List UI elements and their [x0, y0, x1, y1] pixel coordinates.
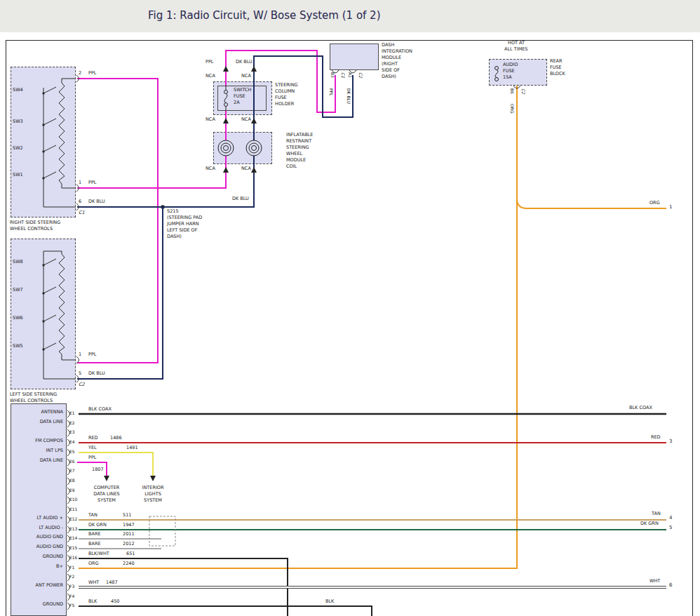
wire-name: ORG: [510, 104, 515, 114]
pin-id: E15: [69, 545, 77, 550]
clockspring-coil-icon: [249, 143, 259, 153]
page-exit-number: 4: [669, 515, 672, 521]
wire-name: RED: [88, 435, 98, 441]
dot: [42, 348, 44, 350]
lc-switch-lever-sw5: [43, 343, 56, 349]
wire-name: ORG: [649, 200, 660, 206]
dot: [42, 292, 44, 294]
wire-name: BARE: [88, 531, 101, 537]
page-exit-number: 3: [669, 438, 672, 444]
pin-id: E14: [69, 535, 77, 540]
switch-label: SW7: [13, 287, 23, 293]
component-title: INFLATABLE: [286, 132, 313, 138]
page-exit-number: 6: [669, 582, 672, 588]
system-arrow-icon: [150, 476, 156, 481]
switch-label: SW4: [13, 87, 23, 93]
component-title: WHEEL CONTROLS: [10, 398, 53, 403]
pin-id: E8: [69, 478, 75, 483]
wire-name: DK GRN: [88, 522, 107, 528]
switch-label: SW8: [13, 259, 23, 265]
wire-name: PPL: [88, 455, 96, 460]
fuse-element-icon: [224, 94, 227, 103]
ppl-wires: [77, 51, 335, 476]
component-title: INTEGRATION: [382, 48, 412, 54]
nca-arrow-icon: [251, 167, 257, 173]
wire-ppl-daisychain: [77, 79, 158, 363]
component-title: REAR: [550, 58, 563, 64]
wire-name: PPL: [88, 70, 96, 76]
fuse-element-icon: [495, 70, 498, 78]
wire-name: BLK/WHT: [88, 551, 109, 556]
pin-id: E4: [69, 439, 75, 444]
pin-number: 1: [79, 180, 81, 185]
component-title: LEFT SIDE STEERING: [10, 391, 57, 397]
wire-name: BLK: [325, 598, 334, 604]
splice-desc: DASH): [167, 234, 182, 239]
circuit-number: 450: [111, 598, 119, 604]
component-title: DASH): [382, 74, 396, 79]
component-title: DASH: [382, 42, 394, 48]
nca-label: NCA: [206, 166, 215, 171]
fuse-terminal-icon: [224, 91, 228, 94]
radio-row-label: FM COMPOS: [11, 438, 63, 443]
pin-id: E7: [69, 468, 75, 473]
fuse-terminal-icon: [224, 103, 228, 107]
circuit-number: 2012: [123, 541, 135, 547]
right-controls-circuitry: [43, 79, 76, 207]
component-title: STEERING: [286, 145, 309, 150]
system-arrow-icon: [104, 476, 109, 481]
radio-row-label: ANT POWER: [11, 582, 63, 588]
page-exit-number: 5: [669, 525, 672, 530]
lc-top-tie: [43, 251, 62, 254]
wire-name: RED: [651, 434, 661, 440]
wire-dkblu-to-dim: [254, 56, 353, 140]
wire-name: PPL: [329, 88, 334, 96]
rc-switch-lever-sw3: [43, 119, 56, 125]
component-title: FUSE: [275, 95, 287, 100]
left-controls-circuitry: [43, 251, 76, 379]
wire-name: PPL: [88, 180, 96, 185]
clockspring-coil-icon: [224, 146, 229, 151]
nca-label: NCA: [206, 116, 215, 122]
radio-row-label: AUDIO GND: [11, 544, 63, 549]
radio-row-label: LT AUDIO +: [11, 515, 63, 521]
lc-switch-lever-sw6: [43, 315, 56, 321]
nca-label: NCA: [241, 116, 251, 122]
power-state-label: ALL TIMES: [504, 46, 527, 52]
nca-arrow-icon: [223, 167, 229, 173]
system-label: INTERIOR: [127, 485, 179, 490]
component-title: SIDE OF: [382, 67, 400, 73]
wire-name: DK BLU: [88, 370, 105, 376]
switch-label: SW5: [13, 343, 23, 349]
component-title: WHEEL: [286, 151, 302, 156]
dot: [42, 150, 44, 152]
pin-id: F1: [69, 565, 74, 570]
pin-id: F4: [69, 594, 74, 598]
pin-number: 2: [79, 70, 81, 76]
fuse-name: SWITCH: [234, 87, 252, 93]
pin-number: 5: [79, 370, 81, 376]
pin-id: E6: [69, 459, 75, 464]
rc-resistor-chain: [59, 83, 65, 184]
clockspring-coil-icon: [246, 140, 262, 156]
power-state-label: HOT AT: [508, 40, 525, 46]
wire-name: YEL: [88, 445, 97, 450]
wire-name: TAN: [652, 511, 661, 516]
wire-name: WHT: [649, 578, 660, 584]
connector-name: C1: [341, 72, 346, 78]
splice-desc: LEFT SIDE OF: [167, 227, 197, 233]
splice-name: S215: [167, 208, 179, 214]
nca-label: NCA: [241, 73, 251, 79]
connector-name: C2: [358, 72, 363, 78]
fuse-name: AUDIO: [503, 62, 518, 67]
pin-id: E5: [69, 449, 75, 454]
splice-desc: (STEERING PAD: [167, 215, 202, 220]
component-title: RESTRAINT: [286, 138, 311, 144]
component-title: FUSE: [550, 65, 562, 70]
component-title: BLOCK: [550, 71, 565, 76]
pin-id: E1: [69, 410, 75, 415]
nca-arrow-icon: [223, 66, 229, 72]
radio-harness-wires: [79, 414, 666, 616]
component-glyphs: [218, 67, 499, 156]
connector-name: C2: [521, 88, 526, 94]
